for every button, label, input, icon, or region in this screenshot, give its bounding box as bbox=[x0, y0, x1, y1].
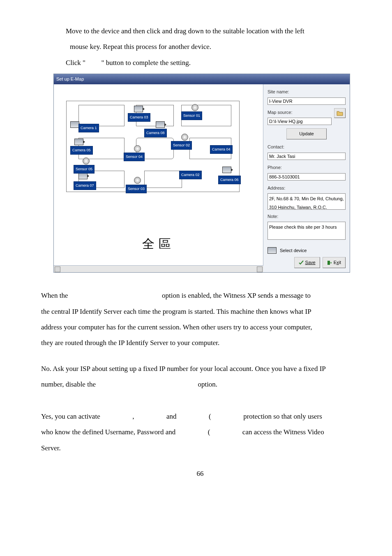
save-label: Save bbox=[305, 260, 316, 265]
body-p1b: option is enabled, the Witness XP sends … bbox=[162, 292, 311, 299]
body-p7a: Yes, you can activate bbox=[41, 412, 100, 420]
sensor-icon[interactable] bbox=[134, 145, 141, 152]
sensor01-label: Sensor 01 bbox=[181, 111, 202, 120]
body-p1a: When the bbox=[41, 292, 70, 299]
note-label: Note: bbox=[267, 212, 346, 221]
exit-button[interactable]: Exit bbox=[323, 257, 346, 268]
check-icon bbox=[299, 260, 304, 265]
body-p8c: can access the Witness Video bbox=[242, 428, 324, 436]
sensor-icon[interactable] bbox=[83, 158, 90, 164]
phone-label: Phone: bbox=[267, 163, 346, 172]
emap-dialog: Set up E-Map Camera 03 bbox=[53, 74, 350, 273]
map-source-label: Map source: bbox=[267, 108, 332, 117]
body-p6: number, disable the option. bbox=[41, 378, 359, 391]
instr-line2: mouse key. Repeat this process for anoth… bbox=[41, 40, 359, 53]
camera06-label: Camera 06 bbox=[218, 176, 241, 184]
site-name-input[interactable] bbox=[267, 97, 346, 105]
camera03-label: Camera 03 bbox=[128, 113, 150, 122]
body-p6b: option. bbox=[198, 380, 217, 388]
contact-input[interactable] bbox=[267, 153, 346, 160]
body-p7: Yes, you can activate , and ( protection… bbox=[41, 410, 359, 423]
emap-sidebar: Site name: Map source: Update Con bbox=[263, 84, 350, 273]
body-p7d: ( bbox=[209, 412, 211, 420]
body-p6a: number, disable the bbox=[41, 380, 97, 388]
note-input[interactable]: Please check this site per 3 hours bbox=[267, 222, 346, 240]
exit-icon bbox=[327, 260, 332, 265]
body-p5: No. Ask your ISP about setting up a fixe… bbox=[41, 362, 359, 375]
address-input[interactable]: 2F, No.68 & 70, Min De Rd, Chutung, 310 … bbox=[267, 193, 346, 210]
select-device-label[interactable]: Select device bbox=[280, 246, 307, 255]
sensor05-label: Sensor 05 bbox=[74, 165, 95, 174]
camera08-label: Camera 08 bbox=[144, 129, 167, 137]
update-button[interactable]: Update bbox=[286, 128, 326, 139]
page-number: 66 bbox=[41, 467, 359, 480]
contact-label: Contact: bbox=[267, 143, 346, 151]
instr-line3a: Click " bbox=[66, 59, 85, 67]
camera02-label: Camera 02 bbox=[179, 171, 202, 179]
instr-line1: Move to the device and then click and dr… bbox=[41, 25, 359, 38]
emap-titlebar: Set up E-Map bbox=[54, 74, 350, 84]
camera-icon[interactable] bbox=[222, 167, 231, 173]
sensor-icon[interactable] bbox=[191, 104, 198, 111]
body-p1: When the option is enabled, the Witness … bbox=[41, 289, 359, 302]
camera07-label: Camera 07 bbox=[74, 181, 96, 190]
map-source-input[interactable] bbox=[267, 118, 332, 125]
body-p4: they are routed through the IP Identify … bbox=[41, 336, 359, 350]
canvas-bigtext: 全區 bbox=[142, 232, 175, 255]
body-p3: address your computer has for the curren… bbox=[41, 321, 359, 334]
sensor04-label: Sensor 04 bbox=[124, 153, 145, 161]
body-p7e: protection so that only users bbox=[243, 412, 322, 420]
emap-canvas[interactable]: Camera 03 Camera 1 Camera 08 Camera 05 C… bbox=[54, 84, 263, 266]
camera-icon[interactable] bbox=[74, 139, 83, 145]
sensor02-label: Sensor 02 bbox=[171, 141, 192, 150]
body-p7c: and bbox=[166, 412, 177, 420]
camera05-label: Camera 05 bbox=[70, 146, 93, 155]
phone-input[interactable] bbox=[267, 173, 346, 181]
camera-icon[interactable] bbox=[70, 121, 79, 128]
camera04-label: Camera 04 bbox=[210, 145, 233, 154]
body-p8: who know the defined Username, Password … bbox=[41, 426, 359, 439]
body-p8b: ( bbox=[208, 428, 210, 436]
sensor03-label: Sensor 03 bbox=[126, 185, 147, 193]
body-p9: Server. bbox=[41, 442, 359, 455]
camera-icon[interactable] bbox=[78, 173, 88, 179]
folder-icon bbox=[337, 110, 343, 116]
camera1-label: Camera 1 bbox=[78, 124, 99, 132]
camera-icon[interactable] bbox=[134, 106, 143, 112]
canvas-scrollbar[interactable] bbox=[54, 265, 263, 272]
svg-rect-0 bbox=[327, 261, 330, 265]
save-button[interactable]: Save bbox=[294, 257, 320, 268]
instr-line3b: " button to complete the setting. bbox=[101, 59, 191, 67]
body-p8a: who know the defined Username, Password … bbox=[41, 428, 175, 436]
instr-line3: Click " " button to complete the setting… bbox=[41, 56, 359, 70]
camera-icon bbox=[267, 247, 277, 254]
body-p7b: , bbox=[132, 412, 134, 420]
sensor-icon[interactable] bbox=[134, 177, 141, 184]
body-p2: the central IP Identify Server each time… bbox=[41, 305, 359, 318]
site-name-label: Site name: bbox=[267, 88, 346, 96]
camera-icon[interactable] bbox=[156, 121, 165, 128]
address-label: Address: bbox=[267, 184, 346, 192]
browse-button[interactable] bbox=[334, 108, 346, 118]
sensor-icon[interactable] bbox=[181, 134, 188, 141]
